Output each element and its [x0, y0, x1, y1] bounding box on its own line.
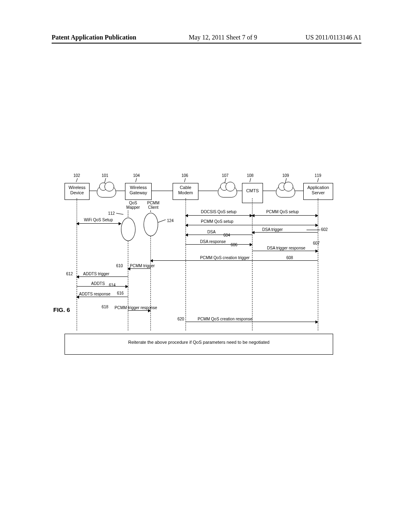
header-right: US 2011/0113146 A1	[306, 34, 361, 41]
arrow-620	[186, 322, 318, 322]
label: Server	[304, 190, 333, 195]
header-rule	[52, 43, 361, 44]
lifeline-application-server	[318, 198, 318, 330]
header-left: Patent Application Publication	[52, 34, 136, 41]
ref-109: 109	[282, 173, 289, 178]
span-docsis-qos: DOCSIS QoS setup	[201, 210, 236, 214]
oval-pcmm-client	[144, 213, 158, 236]
arrow-602	[252, 232, 318, 233]
lifeline-cable-modem	[186, 198, 186, 330]
note-text: Reiterate the above procedure if QoS par…	[128, 340, 269, 345]
label: Gateway	[125, 190, 151, 195]
ref-608: 608	[286, 256, 293, 260]
label: Client	[144, 205, 162, 210]
span-arrow	[186, 215, 252, 216]
arrow-604	[186, 235, 252, 235]
arrow-607	[252, 251, 318, 251]
msg-616: ADDTS response	[79, 292, 111, 296]
ref-124: 124	[167, 218, 174, 223]
ref-119: 119	[315, 173, 321, 178]
oval-qos-mapper	[121, 218, 136, 241]
pcmm-client-label: PCMM Client	[144, 201, 162, 210]
connector	[262, 191, 276, 191]
connector	[115, 191, 125, 191]
note-box: Reiterate the above procedure if QoS par…	[65, 334, 333, 355]
lead	[116, 213, 123, 214]
label: DSA	[207, 230, 216, 234]
ref-602: 602	[321, 227, 328, 232]
page-header: Patent Application Publication May 12, 2…	[52, 34, 361, 41]
lead	[317, 178, 319, 182]
ref-620: 620	[177, 317, 184, 321]
ref-616: 616	[117, 291, 124, 295]
ref-606: 606	[231, 243, 238, 247]
ref-607: 607	[313, 241, 320, 245]
span-arrow	[77, 223, 121, 224]
ref-104: 104	[133, 173, 140, 178]
label: CMTS	[242, 188, 263, 193]
ref-618: 618	[102, 305, 108, 309]
label: Modem	[173, 190, 198, 195]
span-wifi-qos: WiFi QoS Setup	[84, 218, 113, 222]
ref-106: 106	[181, 173, 188, 178]
arrow-606	[186, 244, 252, 245]
msg-602: DSA trigger	[262, 227, 283, 232]
connector	[236, 191, 242, 191]
arrow-610	[128, 268, 150, 269]
lifeline-qos-mapper-top	[128, 210, 128, 217]
node-wireless-gateway: Wireless Gateway	[125, 183, 152, 200]
arrow-608	[150, 260, 318, 261]
msg-618: PCMM trigger response	[115, 305, 157, 310]
ref-612: 612	[66, 272, 73, 276]
lead	[307, 230, 320, 230]
lead	[250, 178, 251, 182]
qos-mapper-label: QoS Mapper	[124, 201, 142, 210]
lifeline-cmts	[252, 198, 252, 330]
label: Mapper	[124, 205, 142, 210]
msg-620: PCMM QoS creation response	[198, 317, 252, 321]
msg-610: PCMM trigger	[130, 264, 155, 268]
node-cable-modem: Cable Modem	[173, 183, 198, 200]
connector	[294, 191, 303, 191]
msg-604: DSA	[207, 230, 216, 234]
lifeline-pcmm-client-top	[150, 210, 151, 212]
figure-label: FIG. 6	[53, 306, 70, 313]
label: Cable	[173, 185, 198, 190]
lead	[76, 178, 77, 182]
span-arrow	[186, 225, 318, 225]
node-cloud-107	[218, 185, 237, 197]
label: Application	[304, 185, 333, 190]
msg-608: PCMM QoS creation trigger	[200, 256, 250, 260]
label: Device	[65, 190, 89, 195]
arrow-614	[77, 286, 128, 287]
span-pcmm-qos-2: PCMM QoS setup	[201, 219, 234, 224]
span-arrow	[252, 215, 318, 216]
ref-112: 112	[108, 211, 115, 216]
connector	[151, 191, 173, 191]
figure-6-diagram: FIG. 6 102 101 104 106 107 108 109 119 W…	[56, 173, 359, 355]
node-cmts: CMTS	[242, 183, 263, 203]
arrow-618	[128, 310, 150, 311]
ref-610: 610	[116, 264, 123, 268]
arrow-612	[77, 276, 128, 277]
msg-614: ADDTS	[91, 281, 105, 286]
ref-108: 108	[247, 173, 254, 178]
connector	[89, 191, 97, 191]
ref-102: 102	[73, 173, 80, 178]
ref-614: 614	[109, 283, 116, 287]
lifeline-pcmm-client	[150, 236, 151, 330]
arrow-616	[77, 297, 128, 297]
lead	[184, 178, 186, 182]
connector	[198, 191, 218, 191]
node-cloud-109	[276, 185, 295, 197]
header-mid: May 12, 2011 Sheet 7 of 9	[189, 34, 257, 41]
page: Patent Application Publication May 12, 2…	[0, 0, 413, 532]
label: PCMM	[144, 201, 162, 205]
label: Wireless	[125, 185, 151, 190]
ref-101: 101	[102, 173, 108, 178]
lead	[136, 178, 137, 182]
node-application-server: Application Server	[303, 183, 333, 200]
lifeline-wireless-device	[77, 198, 77, 330]
label: Wireless	[65, 185, 89, 190]
msg-612: ADDTS trigger	[83, 272, 109, 276]
